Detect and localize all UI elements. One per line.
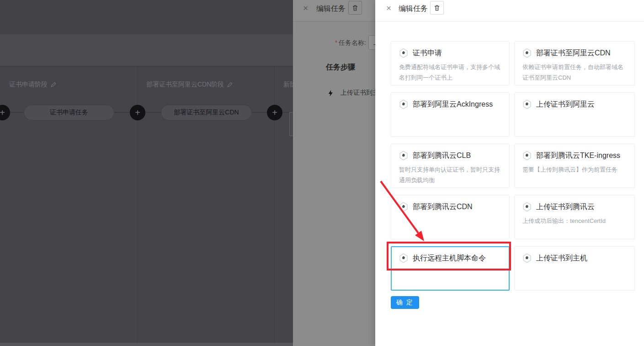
confirm-button[interactable]: 确 定 (391, 296, 419, 309)
drawer-title: 编辑任务 (399, 4, 428, 14)
card-head: 部署到腾讯云CDN (399, 202, 501, 212)
plugin-hexagon-icon (522, 202, 532, 212)
card-title: 部署到阿里云AckIngress (413, 100, 493, 109)
card-head: 上传证书到阿里云 (522, 99, 627, 109)
card-title: 上传证书到主机 (536, 254, 587, 263)
plugin-hexagon-icon (522, 253, 532, 263)
card-title: 上传证书到阿里云 (536, 100, 595, 109)
task-name-label: *任务名称: (320, 39, 366, 47)
task-type-card[interactable]: 部署到腾讯云CDN (391, 195, 510, 239)
card-head: 执行远程主机脚本命令 (399, 253, 501, 263)
drawer-title: 编辑任务 (316, 4, 346, 14)
connector-line (144, 112, 161, 113)
add-stage-button[interactable]: + (267, 105, 282, 120)
task-type-card[interactable]: 部署到阿里云AckIngress (391, 92, 510, 137)
card-title: 部署证书至阿里云CDN (536, 49, 611, 58)
plugin-hexagon-icon (399, 48, 408, 58)
stage-title-2[interactable]: 部署证书至阿里云CDN阶段 (146, 81, 233, 89)
connector-line (252, 112, 268, 113)
task-node-cert-request[interactable]: 证书申请任务 (24, 105, 114, 120)
card-title: 部署到腾讯云TKE-ingress (536, 151, 620, 161)
task-type-card[interactable]: 证书申请免费通配符域名证书申请，支持多个域名打到同一个证书上 (391, 41, 510, 86)
stage-title-1[interactable]: 证书申请阶段 (9, 81, 57, 89)
card-title: 部署到腾讯云CLB (413, 151, 471, 161)
card-title: 证书申请 (413, 49, 442, 58)
plugin-hexagon-icon (399, 202, 408, 212)
connector-line (8, 112, 24, 113)
task-type-card[interactable]: 上传证书到腾讯云上传成功后输出：tencentCertId (514, 195, 635, 239)
card-title: 执行远程主机脚本命令 (413, 254, 486, 263)
plugin-hexagon-icon (399, 253, 408, 263)
card-head: 部署证书至阿里云CDN (522, 48, 627, 58)
trash-icon (433, 4, 441, 11)
card-description: 需要【上传到腾讯云】作为前置任务 (522, 165, 627, 175)
card-head: 部署到阿里云AckIngress (399, 99, 501, 109)
card-description: 免费通配符域名证书申请，支持多个域名打到同一个证书上 (399, 62, 501, 83)
card-head: 上传证书到主机 (522, 253, 627, 263)
edit-task-drawer-front: × 编辑任务 证书申请免费通配符域名证书申请，支持多个域名打到同一个证书上部署证… (375, 0, 644, 346)
edit-task-drawer-back: × 编辑任务 *任务名称: 任务步骤 上传证书到主机 (293, 0, 375, 346)
task-type-card[interactable]: 上传证书到主机 (514, 246, 635, 291)
task-type-card[interactable]: 执行远程主机脚本命令 (391, 246, 510, 291)
task-step-item[interactable]: 上传证书到主机 (327, 89, 375, 97)
close-icon[interactable]: × (303, 3, 308, 13)
task-steps-heading: 任务步骤 (326, 63, 355, 72)
task-type-card[interactable]: 部署证书至阿里云CDN依赖证书申请前置任务，自动部署域名证书至阿里云CDN (514, 41, 635, 86)
task-type-card[interactable]: 上传证书到阿里云 (514, 92, 635, 137)
stage-title-text: 部署证书至阿里云CDN阶段 (146, 81, 224, 89)
card-head: 部署到腾讯云TKE-ingress (522, 151, 627, 161)
plugin-hexagon-icon (399, 151, 408, 161)
lightning-icon (327, 89, 334, 97)
edit-pencil-icon (50, 81, 57, 88)
card-description: 依赖证书申请前置任务，自动部署域名证书至阿里云CDN (522, 62, 627, 83)
plugin-hexagon-icon (399, 99, 408, 109)
plugin-hexagon-icon (522, 48, 532, 58)
task-name-input[interactable] (368, 35, 375, 50)
task-type-grid: 证书申请免费通配符域名证书申请，支持多个域名打到同一个证书上部署证书至阿里云CD… (391, 41, 635, 291)
card-head: 证书申请 (399, 48, 501, 58)
delete-task-button[interactable] (430, 1, 444, 15)
plugin-hexagon-icon (522, 99, 532, 109)
connector-line (114, 112, 131, 113)
add-stage-button[interactable]: + (0, 105, 10, 120)
task-name-label-text: 任务名称: (339, 39, 366, 46)
card-description: 暂时只支持单向认证证书，暂时只支持通用负载均衡 (399, 165, 501, 186)
edit-pencil-icon (227, 81, 233, 88)
trash-icon (351, 4, 359, 11)
app-canvas: 证书申请阶段 部署证书至阿里云CDN阶段 新阶段 证书申请任务 部署证书至阿里云… (0, 0, 644, 346)
required-mark: * (335, 39, 337, 46)
card-title: 上传证书到腾讯云 (536, 202, 595, 212)
close-icon[interactable]: × (386, 3, 391, 13)
card-title: 部署到腾讯云CDN (413, 202, 473, 212)
connector-line (282, 112, 289, 113)
task-type-card[interactable]: 部署到腾讯云TKE-ingress需要【上传到腾讯云】作为前置任务 (514, 144, 635, 188)
task-type-card[interactable]: 部署到腾讯云CLB暂时只支持单向认证证书，暂时只支持通用负载均衡 (391, 144, 510, 188)
card-head: 上传证书到腾讯云 (522, 202, 627, 212)
plugin-hexagon-icon (522, 151, 532, 161)
card-description: 上传成功后输出：tencentCertId (522, 216, 627, 227)
stage-title-text: 证书申请阶段 (9, 81, 48, 89)
delete-task-button[interactable] (348, 1, 362, 15)
task-step-label: 上传证书到主机 (341, 89, 375, 97)
card-head: 部署到腾讯云CLB (399, 151, 501, 161)
add-stage-button[interactable]: + (130, 105, 145, 120)
task-node-deploy-aliyun-cdn[interactable]: 部署证书至阿里云CDN (161, 105, 252, 120)
